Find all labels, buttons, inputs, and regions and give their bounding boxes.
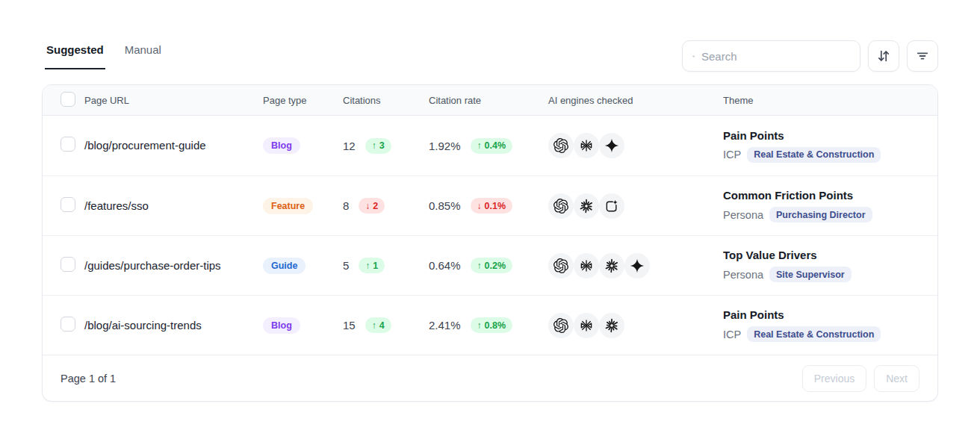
column-header-page-type: Page type xyxy=(263,95,343,106)
theme-tag-badge: Site Supervisor xyxy=(769,267,852,282)
theme-tag-badge: Real Estate & Construction xyxy=(747,326,881,342)
trend-arrow-icon: ↑ xyxy=(477,320,482,331)
tab-suggested[interactable]: Suggested xyxy=(45,40,105,69)
citations-value: 8 xyxy=(343,199,349,212)
page-url: /blog/procurement-guide xyxy=(84,139,206,152)
openai-icon xyxy=(548,253,574,278)
citations-value: 15 xyxy=(343,319,356,332)
openai-icon xyxy=(548,193,574,219)
column-header-citations: Citations xyxy=(343,95,429,106)
table-header: Page URL Page type Citations Citation ra… xyxy=(43,85,937,116)
theme-title: Common Friction Points xyxy=(723,189,937,202)
table-body: /blog/procurement-guide Blog 12 ↑3 1.92%… xyxy=(43,116,937,355)
tabs: Suggested Manual xyxy=(42,40,163,69)
theme-title: Pain Points xyxy=(723,129,937,142)
citation-rate-value: 0.64% xyxy=(429,259,461,272)
search-box xyxy=(682,40,860,72)
openai-icon xyxy=(548,133,574,158)
perplexity-icon xyxy=(574,253,599,278)
table-footer: Page 1 of 1 Previous Next xyxy=(43,355,937,401)
citation-rate-trend-badge: ↑0.8% xyxy=(471,317,513,333)
theme-group-label: Persona xyxy=(723,269,763,281)
theme-tag-badge: Real Estate & Construction xyxy=(747,147,881,163)
theme-cell: Top Value Drivers Persona Site Superviso… xyxy=(723,249,937,282)
citations-trend-badge: ↑3 xyxy=(365,138,391,154)
pagination: Previous Next xyxy=(802,365,919,392)
theme-cell: Pain Points ICP Real Estate & Constructi… xyxy=(723,129,937,163)
tab-manual[interactable]: Manual xyxy=(123,40,163,69)
table-row: /features/sso Feature 8 ↓2 0.85% ↓0.1% xyxy=(43,175,937,235)
citation-rate-value: 1.92% xyxy=(429,140,461,152)
theme-group-label: ICP xyxy=(723,149,741,161)
theme-title: Top Value Drivers xyxy=(723,249,937,261)
perplexity-icon xyxy=(574,313,599,338)
citations-page: Suggested Manual xyxy=(0,0,980,445)
page-url: /features/sso xyxy=(84,199,149,212)
gemini-icon xyxy=(599,133,624,158)
page-url: /blog/ai-sourcing-trends xyxy=(84,319,202,332)
page-type-badge: Blog xyxy=(263,317,300,334)
theme-group-label: ICP xyxy=(723,329,741,340)
trend-arrow-icon: ↑ xyxy=(477,140,482,151)
search-input[interactable] xyxy=(701,50,850,63)
ai-engines-list xyxy=(548,193,723,219)
trend-arrow-icon: ↑ xyxy=(372,320,376,331)
trend-arrow-icon: ↑ xyxy=(365,261,370,271)
top-bar: Suggested Manual xyxy=(0,0,980,72)
column-header-citation-rate: Citation rate xyxy=(429,95,548,106)
theme-group-label: Persona xyxy=(723,209,763,221)
ai-overviews-icon xyxy=(599,193,624,219)
citations-trend-badge: ↑1 xyxy=(359,258,385,273)
search-icon xyxy=(692,49,695,63)
filter-button[interactable] xyxy=(907,40,938,72)
openai-icon xyxy=(548,313,574,338)
row-checkbox[interactable] xyxy=(61,137,75,152)
page-indicator: Page 1 of 1 xyxy=(61,373,116,385)
pages-table: Page URL Page type Citations Citation ra… xyxy=(42,84,938,402)
ai-engines-list xyxy=(548,133,723,158)
citations-trend-badge: ↓2 xyxy=(359,198,385,214)
row-checkbox[interactable] xyxy=(61,317,75,332)
theme-tag-badge: Purchasing Director xyxy=(769,207,872,222)
row-checkbox[interactable] xyxy=(61,257,75,272)
sort-button[interactable] xyxy=(868,40,899,72)
trend-arrow-icon: ↓ xyxy=(477,201,482,211)
trend-arrow-icon: ↑ xyxy=(477,261,482,271)
filter-lines-icon xyxy=(914,48,931,64)
theme-cell: Pain Points ICP Real Estate & Constructi… xyxy=(723,308,937,342)
next-button[interactable]: Next xyxy=(874,365,919,392)
citations-value: 5 xyxy=(343,259,349,272)
perplexity-icon xyxy=(574,133,599,158)
ai-engines-list xyxy=(548,313,723,338)
column-header-ai-engines: AI engines checked xyxy=(548,95,723,106)
page-type-badge: Blog xyxy=(263,137,300,154)
citations-value: 12 xyxy=(343,140,356,152)
citation-rate-trend-badge: ↓0.1% xyxy=(471,198,513,214)
claude-icon xyxy=(599,313,624,338)
toolbar-controls xyxy=(682,40,938,72)
table-row: /guides/purchase-order-tips Guide 5 ↑1 0… xyxy=(43,235,937,295)
theme-title: Pain Points xyxy=(723,308,937,321)
sort-arrows-icon xyxy=(875,48,892,64)
page-type-badge: Feature xyxy=(263,198,313,214)
ai-engines-list xyxy=(548,253,723,278)
citation-rate-trend-badge: ↑0.4% xyxy=(471,138,513,154)
select-all-checkbox[interactable] xyxy=(61,92,75,107)
trend-arrow-icon: ↑ xyxy=(372,140,376,151)
citation-rate-value: 0.85% xyxy=(429,199,461,212)
theme-cell: Common Friction Points Persona Purchasin… xyxy=(723,189,937,222)
table-row: /blog/procurement-guide Blog 12 ↑3 1.92%… xyxy=(43,116,937,175)
claude-icon xyxy=(574,193,599,219)
gemini-icon xyxy=(624,253,650,278)
column-header-page-url: Page URL xyxy=(84,95,263,106)
citations-trend-badge: ↑4 xyxy=(365,317,391,333)
previous-button[interactable]: Previous xyxy=(802,365,866,392)
citation-rate-value: 2.41% xyxy=(429,319,461,332)
trend-arrow-icon: ↓ xyxy=(365,201,370,211)
row-checkbox[interactable] xyxy=(61,197,75,212)
page-url: /guides/purchase-order-tips xyxy=(84,259,221,272)
table-row: /blog/ai-sourcing-trends Blog 15 ↑4 2.41… xyxy=(43,295,937,355)
citation-rate-trend-badge: ↑0.2% xyxy=(471,258,513,273)
page-type-badge: Guide xyxy=(263,258,306,274)
column-header-theme: Theme xyxy=(723,95,937,106)
